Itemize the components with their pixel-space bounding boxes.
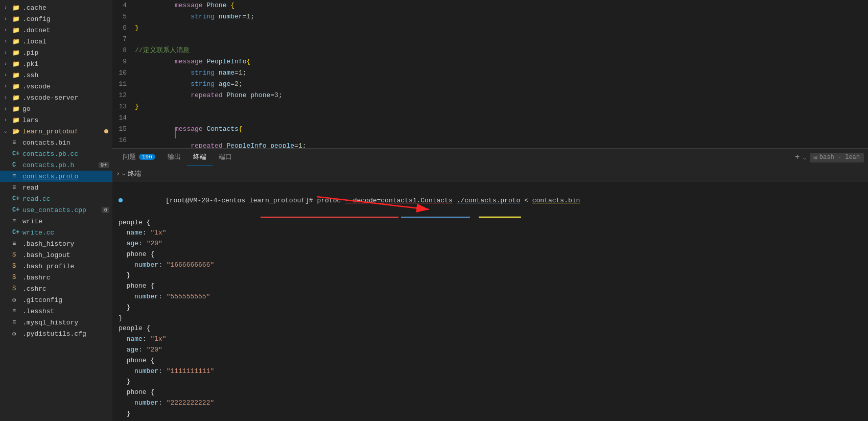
line-content: } (133, 22, 868, 34)
sidebar-item-config[interactable]: › 📁 .config (0, 13, 112, 25)
sidebar-item-contacts-pb-cc[interactable]: C+ contacts.pb.cc (0, 148, 112, 159)
output-key: number (134, 367, 158, 375)
sidebar-item-pip[interactable]: › 📁 .pip (0, 47, 112, 58)
identifier: Phone (226, 91, 246, 99)
terminal-section-header: › ⌵ 终端 (112, 166, 868, 181)
sidebar-item-label: .vscode-server (22, 94, 78, 102)
sidebar-item-label: .ssh (22, 72, 38, 79)
sidebar-item-label: .bash_profile (22, 263, 74, 270)
sidebar-item-cache[interactable]: › 📁 .cache (0, 2, 112, 13)
dollar-icon: $ (12, 263, 20, 270)
tab-terminal[interactable]: 终端 (187, 149, 213, 167)
tab-output[interactable]: 输出 (161, 149, 187, 167)
sidebar-item-label: .pydistutils.cfg (22, 330, 86, 338)
chevron-down-icon[interactable]: ⌵ (803, 154, 806, 161)
tab-label: 端口 (219, 152, 232, 161)
chevron-right-icon: › (4, 118, 12, 123)
sidebar-item-dotnet[interactable]: › 📁 .dotnet (0, 25, 112, 36)
sidebar-item-lesshst[interactable]: ≡ .lesshst (0, 306, 112, 317)
sidebar-item-contacts-proto[interactable]: ≡ contacts.proto (0, 171, 112, 182)
sidebar-item-write[interactable]: ≡ write (0, 216, 112, 227)
line-number: 9 (112, 56, 133, 67)
tab-ports[interactable]: 端口 (213, 149, 238, 167)
sidebar-item-label: .vscode (22, 83, 51, 90)
line-number: 14 (112, 112, 133, 124)
output-val: "lx" (150, 335, 166, 343)
chevron-right-icon: › (4, 5, 12, 11)
sidebar-item-label: .dotnet (22, 27, 51, 34)
cpp-icon: C+ (12, 150, 20, 157)
sidebar-item-pydistutils[interactable]: ⚙ .pydistutils.cfg (0, 328, 112, 339)
sidebar-item-write-cc[interactable]: C+ write.cc (0, 227, 112, 238)
code-lines: 4 message Phone { 5 string number=1; 6 }… (112, 0, 868, 148)
file-icon: ≡ (12, 184, 20, 191)
terminal-body[interactable]: [root@VM-20-4-centos learn_protobuf]# pr… (112, 181, 868, 421)
sidebar-item-bashrc[interactable]: $ .bashrc (0, 272, 112, 283)
folder-icon: 📁 (12, 105, 20, 113)
output-val: "lx" (150, 229, 166, 237)
sidebar-item-read[interactable]: ≡ read (0, 182, 112, 193)
folder-icon: 📁 (12, 60, 20, 68)
code-line-13: 13 } (112, 101, 868, 112)
problems-badge: 196 (139, 154, 155, 160)
terminal-icon: ⊡ (814, 154, 817, 161)
code-line-6: 6 } (112, 22, 868, 34)
number: 3 (274, 91, 278, 99)
file-icon: ≡ (12, 308, 20, 315)
sidebar-item-vscode-server[interactable]: › 📁 .vscode-server (0, 92, 112, 103)
sidebar-item-lars[interactable]: › 📁 lars (0, 114, 112, 126)
badge-count: 6 (102, 207, 109, 213)
output-key: name (127, 335, 143, 343)
sidebar-item-ssh[interactable]: › 📁 .ssh (0, 69, 112, 81)
terminal-panel: › ⌵ 终端 (112, 166, 868, 421)
tab-problems[interactable]: 问题 196 (116, 149, 161, 167)
keyword: string (191, 13, 215, 20)
sidebar-item-contacts-pb-h[interactable]: C contacts.pb.h 9+ (0, 159, 112, 171)
indent (175, 13, 191, 20)
sidebar-item-gitconfig[interactable]: ⚙ .gitconfig (0, 294, 112, 306)
folder-icon: 📁 (12, 83, 20, 90)
chevron-down-icon[interactable]: ⌵ (122, 170, 126, 177)
sidebar-item-bash-history[interactable]: ≡ .bash_history (0, 238, 112, 249)
sidebar-item-go[interactable]: › 📁 go (0, 103, 112, 114)
sidebar-item-bash-logout[interactable]: $ .bash_logout (0, 249, 112, 261)
sidebar-item-pki[interactable]: › 📁 .pki (0, 58, 112, 69)
sidebar-item-learn-protobuf[interactable]: ⌵ 📂 learn_protobuf (0, 126, 112, 137)
chevron-right-icon: › (4, 28, 12, 33)
file-explorer-sidebar[interactable]: › 📁 .cache › 📁 .config › 📁 .dotnet › 📁 .… (0, 0, 112, 421)
tab-label: 问题 (123, 152, 136, 161)
line-number: 5 (112, 11, 133, 22)
code-line-5: 5 string number=1; (112, 11, 868, 22)
sidebar-item-read-cc[interactable]: C+ read.cc (0, 193, 112, 204)
sidebar-item-cshrc[interactable]: $ .cshrc (0, 283, 112, 294)
line-content: } (133, 146, 868, 148)
expand-icon[interactable]: › (116, 171, 120, 177)
sidebar-item-mysql-history[interactable]: ≡ .mysql_history (0, 317, 112, 328)
sidebar-item-label: learn_protobuf (22, 128, 78, 135)
line-number: 10 (112, 67, 133, 79)
gear-icon: ⚙ (12, 330, 20, 338)
plus-icon[interactable]: + (795, 153, 800, 162)
proto-icon: ≡ (12, 173, 20, 180)
sidebar-item-label: write (22, 218, 42, 225)
modified-dot (104, 129, 108, 133)
dollar-icon: $ (12, 251, 20, 259)
sidebar-item-label: .cshrc (22, 285, 46, 293)
line-number: 6 (112, 22, 133, 34)
sidebar-item-vscode[interactable]: › 📁 .vscode (0, 81, 112, 92)
output-val: "1111111111" (167, 367, 215, 375)
identifier: phone (246, 91, 270, 99)
sidebar-item-contacts-bin[interactable]: ≡ contacts.bin (0, 137, 112, 148)
folder-icon: 📁 (12, 72, 20, 79)
sidebar-item-bash-profile[interactable]: $ .bash_profile (0, 261, 112, 272)
sidebar-item-use-contacts-cpp[interactable]: C+ use_contacts.cpp 6 (0, 204, 112, 216)
chevron-right-icon: › (4, 106, 12, 112)
sidebar-item-label: .pip (22, 49, 38, 57)
sidebar-item-label: use_contacts.cpp (22, 206, 86, 214)
file-icon: ≡ (12, 319, 20, 326)
terminal-prompt-line: [root@VM-20-4-centos learn_protobuf]# pr… (119, 185, 862, 216)
prompt-dot (119, 198, 123, 202)
folder-icon: 📁 (12, 38, 20, 45)
sidebar-item-label: .mysql_history (22, 319, 78, 326)
sidebar-item-local[interactable]: › 📁 .local (0, 36, 112, 47)
